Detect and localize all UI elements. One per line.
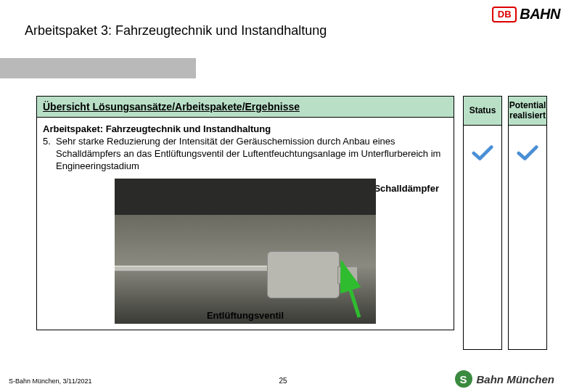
- page-number: 25: [279, 377, 287, 385]
- main-column-body: Arbeitspaket: Fahrzeugtechnik und Instan…: [37, 118, 454, 330]
- pipe-icon: [115, 266, 274, 271]
- main-column: Übersicht Lösungsansätze/Arbeitspakete/E…: [36, 96, 454, 330]
- list-item-number: 5.: [43, 136, 56, 173]
- checkmark-icon: [472, 144, 493, 162]
- potential-column: Potential realisiert: [508, 96, 547, 350]
- page-title: Arbeitspaket 3: Fahrzeugtechnik und Inst…: [25, 23, 327, 38]
- main-column-header: Übersicht Lösungsansätze/Arbeitspakete/E…: [37, 97, 454, 118]
- valve-icon: [267, 251, 340, 298]
- status-header: Status: [464, 97, 501, 126]
- photo-figure: Schalldämpfer Entlüftungsventil: [43, 179, 448, 324]
- status-column: Status: [463, 96, 502, 350]
- grey-accent-bar: [0, 58, 196, 78]
- workpackage-title: Arbeitspaket: Fahrzeugtechnik und Instan…: [43, 123, 448, 134]
- db-logo-icon: DB: [492, 7, 517, 23]
- sbahn-s-icon: S: [455, 370, 472, 388]
- sbahn-wordmark: Bahn München: [477, 373, 555, 385]
- list-item-text: Sehr starke Reduzierung der Intensität d…: [56, 136, 448, 173]
- label-entlueftungsventil: Entlüftungsventil: [207, 310, 284, 321]
- checkmark-icon: [517, 144, 538, 162]
- list-item: 5. Sehr starke Reduzierung der Intensitä…: [43, 136, 448, 173]
- potential-header: Potential realisiert: [509, 97, 546, 126]
- equipment-photo: [115, 179, 376, 324]
- sbahn-muenchen-logo: S Bahn München: [455, 370, 555, 388]
- label-schalldaempfer: Schalldämpfer: [374, 183, 439, 194]
- bahn-wordmark: BAHN: [520, 6, 560, 23]
- footer-left: S-Bahn München, 3/11/2021: [9, 377, 92, 385]
- db-bahn-logo: DB BAHN: [492, 6, 560, 23]
